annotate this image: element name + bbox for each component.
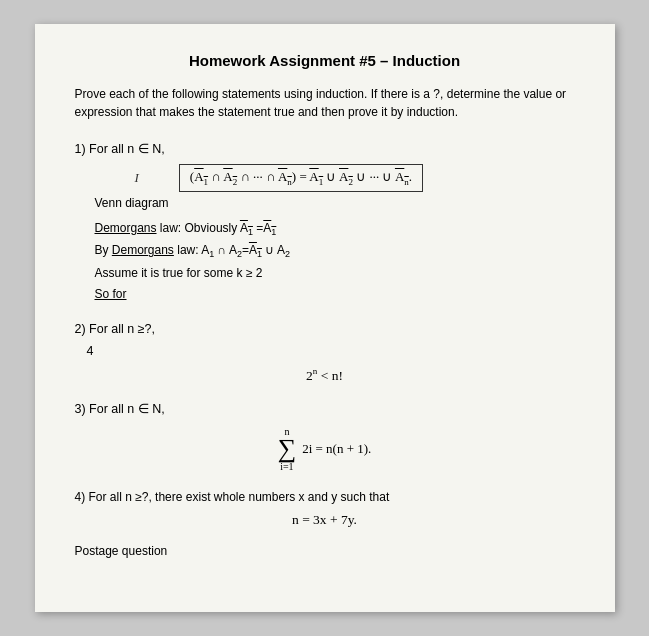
page-title: Homework Assignment #5 – Induction bbox=[75, 52, 575, 69]
cursor-icon: I bbox=[135, 170, 139, 186]
problem-4-formula: n = 3x + 7y. bbox=[75, 512, 575, 528]
problem-2-sublabel: 4 bbox=[87, 344, 575, 358]
postage-label: Postage question bbox=[75, 544, 575, 558]
venn-label: Venn diagram bbox=[95, 196, 575, 210]
problem-4: 4) For all n ≥?, there exist whole numbe… bbox=[75, 490, 575, 558]
proof-line-4: So for bbox=[95, 284, 575, 304]
instructions: Prove each of the following statements u… bbox=[75, 85, 575, 121]
problem-3-formula: n ∑ i=1 2i = n(n + 1). bbox=[75, 426, 575, 471]
proof-line-3: Assume it is true for some k ≥ 2 bbox=[95, 263, 575, 283]
problem-1: 1) For all n ∈ N, I (A1 ∩ A2 ∩ ··· ∩ An)… bbox=[75, 141, 575, 304]
page: Homework Assignment #5 – Induction Prove… bbox=[35, 24, 615, 612]
problem-2-formula: 2n < n! bbox=[75, 366, 575, 384]
problem-2: 2) For all n ≥?, 4 2n < n! bbox=[75, 322, 575, 384]
problem-1-label: 1) For all n ∈ N, bbox=[75, 141, 575, 156]
proof-line-1: Demorgans law: Obviously A1 =A1 bbox=[95, 218, 575, 241]
problem-2-label: 2) For all n ≥?, bbox=[75, 322, 575, 336]
proof-line-2: By Demorgans law: A1 ∩ A2=A1 ∪ A2 bbox=[95, 240, 575, 263]
proof-section-1: Demorgans law: Obviously A1 =A1 By Demor… bbox=[95, 218, 575, 304]
problem-3: 3) For all n ∈ N, n ∑ i=1 2i = n(n + 1). bbox=[75, 401, 575, 471]
problem-1-formula: (A1 ∩ A2 ∩ ··· ∩ An) = A1 ∪ A2 ∪ ··· ∪ A… bbox=[179, 164, 423, 192]
problem-3-label: 3) For all n ∈ N, bbox=[75, 401, 575, 416]
problem-4-label: 4) For all n ≥?, there exist whole numbe… bbox=[75, 490, 575, 504]
